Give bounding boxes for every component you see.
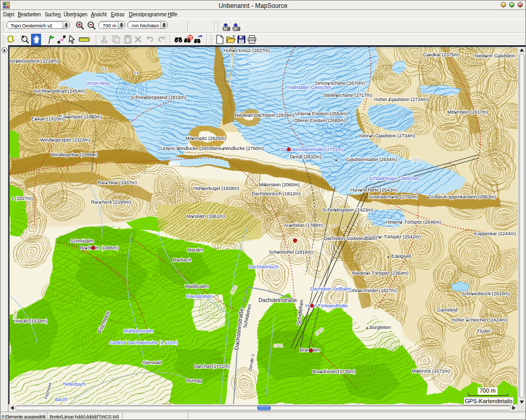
svg-text:Niederer Gjaidstein: Niederer Gjaidstein <box>474 53 515 58</box>
svg-text:Dachsteinloch (1812m): Dachsteinloch (1812m) <box>252 191 301 196</box>
svg-text:s (1827m): s (1827m) <box>12 196 33 201</box>
svg-text:01: 01 <box>134 71 139 75</box>
svg-text:Hühnerkogel (1928m): Hühnerkogel (1928m) <box>193 186 239 191</box>
svg-text:Dachstein-Seilbahn: Dachstein-Seilbahn <box>310 286 351 292</box>
svg-text:Waldboden: Waldboden <box>185 284 208 289</box>
svg-text:2800: 2800 <box>387 227 398 232</box>
svg-text:Dachsteinloch: Dachsteinloch <box>249 264 279 269</box>
svg-text:Hallstätter Gletscher: Hallstätter Gletscher <box>288 85 331 90</box>
svg-text:Brandriedel (1735m): Brandriedel (1735m) <box>312 369 356 374</box>
svg-text:Hunerscharte (2543m): Hunerscharte (2543m) <box>350 187 398 193</box>
svg-text:Lehnachriedel (1827m): Lehnachriedel (1827m) <box>348 288 397 293</box>
svg-text:Unterer Eisstein (2654m): Unterer Eisstein (2654m) <box>295 111 348 116</box>
svg-text:Großer Koppenkarstein (2863m): Großer Koppenkarstein (2863m) <box>428 194 496 199</box>
svg-text:2500: 2500 <box>411 157 421 162</box>
svg-text:Fluder: Fluder <box>477 328 491 334</box>
svg-text:Bachl: Bachl <box>55 397 67 402</box>
svg-text:Klausgraben: Klausgraben <box>186 294 213 299</box>
svg-text:Schönbühel (1816m): Schönbühel (1816m) <box>269 249 313 255</box>
svg-text:Edelgseß: Edelgseß <box>391 254 412 259</box>
svg-text:Dirndl (2832m): Dirndl (2832m) <box>290 154 321 159</box>
svg-text:Austriascharte (2750m): Austriascharte (2750m) <box>369 194 418 199</box>
svg-text:Unzer Weg: Unzer Weg <box>86 81 110 86</box>
svg-text:Duregg: Duregg <box>186 378 202 383</box>
svg-text:Koppenkar (2244m): Koppenkar (2244m) <box>474 231 516 236</box>
svg-text:Mitterstein (2417m): Mitterstein (2417m) <box>447 109 488 115</box>
svg-text:Gamsfeld: Gamsfeld <box>437 307 458 313</box>
svg-text:Tiefenbach: Tiefenbach <box>63 382 86 387</box>
svg-text:Hinterer Törlspitz (2646m): Hinterer Törlspitz (2646m) <box>386 219 441 225</box>
svg-text:Maralm: Maralm <box>187 247 203 253</box>
svg-text:Schmidalm: Schmidalm <box>70 238 94 244</box>
svg-text:Gjaidkar (2375m): Gjaidkar (2375m) <box>423 52 460 57</box>
svg-text:Mühlebneralm: Mühlebneralm <box>123 328 153 334</box>
svg-text:Gjaidsteinsattel (2644m): Gjaidsteinsattel (2644m) <box>346 157 397 162</box>
svg-text:Kleiner Gjaidstein (2734m): Kleiner Gjaidstein (2734m) <box>359 133 416 138</box>
svg-text:Obere Windlucke (2760m): Obere Windlucke (2760m) <box>208 146 264 151</box>
svg-text:Schneebergwand (2815m): Schneebergwand (2815m) <box>130 95 186 100</box>
svg-text:01: 01 <box>102 67 107 72</box>
svg-text:Oberer Eisstein (2680m): Oberer Eisstein (2680m) <box>294 118 346 123</box>
svg-text:Burgleiten: Burgleiten <box>370 325 391 330</box>
svg-text:Rauchkar (1937m): Rauchkar (1937m) <box>98 180 137 185</box>
svg-text:Windlegerspitz (2323m): Windlegerspitz (2323m) <box>40 137 90 143</box>
svg-text:Mitterspitz (2925m): Mitterspitz (2925m) <box>185 136 226 141</box>
svg-text:Hoher Gjaidstein (2734m): Hoher Gjaidstein (2734m) <box>374 97 428 102</box>
svg-text:Schladminger Gletscher: Schladminger Gletscher <box>369 176 419 181</box>
svg-text:2300: 2300 <box>169 161 179 166</box>
svg-text:Hochkesselkopf (2454m): Hochkesselkopf (2454m) <box>33 88 86 94</box>
svg-text:Dachstein-Südwandbahn: Dachstein-Südwandbahn <box>324 236 377 241</box>
svg-text:Gasthof Dachsteinruhe (1.122m): Gasthof Dachsteinruhe (1.122m) <box>109 340 178 345</box>
svg-text:Raucheck (2190m): Raucheck (2190m) <box>91 199 131 205</box>
svg-text:1301: 1301 <box>274 343 283 348</box>
svg-text:Hoher Scheichen (2424m): Hoher Scheichen (2424m) <box>451 317 507 323</box>
svg-text:Windlegerkar (1999m): Windlegerkar (1999m) <box>50 152 97 157</box>
svg-text:Scheiblingstein (2423m): Scheiblingstein (2423m) <box>322 207 373 213</box>
svg-text:nriedel (1534m): nriedel (1534m) <box>14 318 47 324</box>
svg-text:Stierwald: Stierwald <box>142 360 161 365</box>
svg-text:Marbach: Marbach <box>173 257 191 263</box>
svg-text:Dachsteinstraße: Dachsteinstraße <box>259 297 297 303</box>
svg-text:Niederer Törlspitz (2364m): Niederer Törlspitz (2364m) <box>352 271 409 276</box>
svg-text:Niederer Dächstein (2934m): Niederer Dächstein (2934m) <box>235 113 294 118</box>
svg-text:Schmiedstock (2610m): Schmiedstock (2610m) <box>461 291 510 296</box>
svg-text:Eiskarlspitz (2480m): Eiskarlspitz (2480m) <box>59 114 102 119</box>
svg-text:Steilenscharte (2717m): Steilenscharte (2717m) <box>323 93 372 98</box>
